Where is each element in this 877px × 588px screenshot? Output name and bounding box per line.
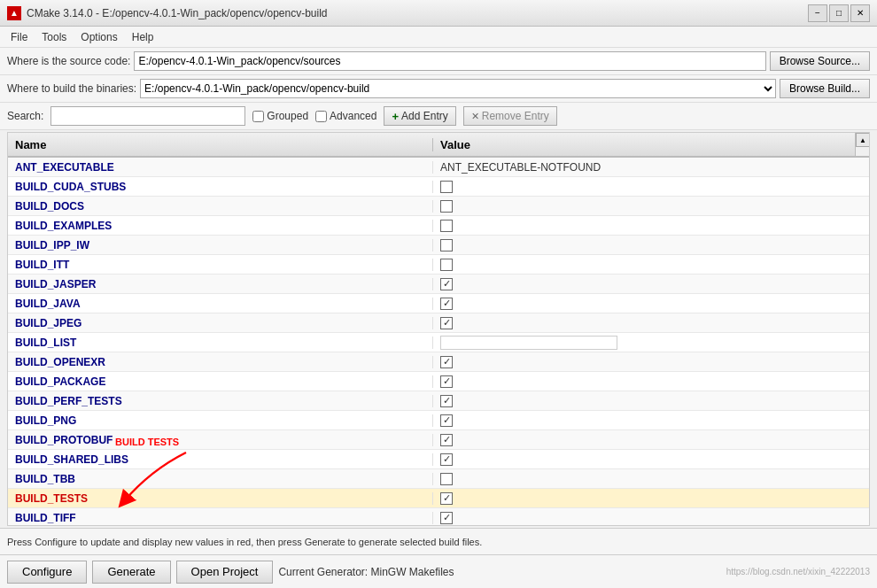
source-input[interactable]	[134, 51, 765, 71]
table-row[interactable]: BUILD_LIST	[8, 333, 869, 352]
browse-source-button[interactable]: Browse Source...	[770, 51, 870, 71]
table-row[interactable]: BUILD_PACKAGE✓	[8, 372, 869, 391]
cell-value: ANT_EXECUTABLE-NOTFOUND	[433, 161, 869, 174]
cell-value	[433, 181, 869, 193]
cell-name: BUILD_ITT	[8, 259, 433, 271]
cell-name: BUILD_JASPER	[8, 278, 433, 290]
checkbox-cell[interactable]	[440, 200, 453, 213]
cell-value: ✓	[433, 453, 869, 466]
checkbox-cell[interactable]: ✓	[440, 317, 453, 329]
scroll-up-button[interactable]: ▲	[856, 133, 870, 147]
close-button[interactable]: ✕	[850, 4, 870, 22]
bottom-bar: Configure Generate Open Project Current …	[0, 554, 877, 588]
checkbox-cell[interactable]: ✓	[440, 356, 453, 368]
cell-name: BUILD_LIST	[8, 337, 433, 349]
checkbox-cell[interactable]	[440, 239, 453, 251]
advanced-checkbox-label[interactable]: Advanced	[315, 110, 376, 122]
table-row[interactable]: BUILD_ITT	[8, 255, 869, 275]
checkbox-cell[interactable]	[440, 181, 453, 193]
checkbox-cell[interactable]	[440, 259, 453, 271]
table-row[interactable]: BUILD_PERF_TESTS✓	[8, 391, 869, 411]
window-controls: − □ ✕	[808, 4, 870, 22]
cell-name: BUILD_JPEG	[8, 317, 433, 329]
build-label: Where to build the binaries:	[7, 82, 136, 95]
cell-name: BUILD_PROTOBUF	[8, 434, 433, 446]
menu-tools[interactable]: Tools	[35, 29, 74, 45]
minimize-button[interactable]: −	[808, 4, 827, 22]
cell-name: BUILD_JAVA	[8, 298, 433, 310]
checkbox-cell[interactable]: ✓	[440, 492, 453, 505]
table-section: Name Value ▲ ANT_EXECUTABLEANT_EXECUTABL…	[0, 130, 877, 528]
advanced-checkbox[interactable]	[315, 111, 327, 122]
cell-value: ✓	[433, 278, 869, 290]
generate-button[interactable]: Generate	[92, 561, 170, 584]
cell-value: ✓	[433, 395, 869, 407]
cell-value: ✓	[433, 434, 869, 446]
table-row[interactable]: ANT_EXECUTABLEANT_EXECUTABLE-NOTFOUND	[8, 158, 869, 177]
cell-name: BUILD_OPENEXR	[8, 356, 433, 368]
grouped-checkbox[interactable]	[252, 111, 264, 122]
checkbox-cell[interactable]	[440, 473, 453, 485]
col-value-header: Value	[433, 138, 855, 151]
checkbox-cell[interactable]: ✓	[440, 395, 453, 407]
cell-value: ✓	[433, 512, 869, 524]
cell-name: BUILD_SHARED_LIBS	[8, 453, 433, 466]
table-row[interactable]: BUILD_TIFF✓	[8, 508, 869, 525]
cell-name: BUILD_EXAMPLES	[8, 220, 433, 232]
search-input[interactable]	[50, 106, 245, 126]
checkbox-cell[interactable]: ✓	[440, 434, 453, 446]
table-row[interactable]: BUILD_CUDA_STUBS	[8, 177, 869, 197]
cell-name: BUILD_TBB	[8, 473, 433, 485]
table-row[interactable]: BUILD_JPEG✓	[8, 313, 869, 333]
browse-build-button[interactable]: Browse Build...	[780, 79, 870, 98]
checkbox-cell[interactable]: ✓	[440, 512, 453, 524]
table-row[interactable]: BUILD_SHARED_LIBS✓	[8, 450, 869, 469]
table-row[interactable]: BUILD_IPP_IW	[8, 236, 869, 255]
table-row[interactable]: BUILD_TBB	[8, 469, 869, 489]
maximize-button[interactable]: □	[829, 4, 849, 22]
menu-help[interactable]: Help	[125, 29, 161, 45]
open-project-button[interactable]: Open Project	[176, 561, 274, 584]
cell-value: ✓	[433, 414, 869, 427]
table-row[interactable]: BUILD_PNG✓	[8, 411, 869, 430]
table-row[interactable]: BUILD_TESTS✓	[8, 489, 869, 508]
checkbox-cell[interactable]	[440, 220, 453, 232]
cell-value	[433, 220, 869, 232]
cell-value: ✓	[433, 492, 869, 505]
search-row: Search: Grouped Advanced + Add Entry ✕ R…	[0, 103, 877, 130]
table-header: Name Value ▲	[8, 133, 869, 158]
build-row: Where to build the binaries: E:/opencv-4…	[0, 75, 877, 103]
status-bar: Press Configure to update and display ne…	[0, 528, 877, 554]
window-title: CMake 3.14.0 - E:/opencv-4.0.1-Win_pack/…	[27, 7, 803, 19]
cell-name: BUILD_CUDA_STUBS	[8, 181, 433, 193]
table-body[interactable]: ANT_EXECUTABLEANT_EXECUTABLE-NOTFOUNDBUI…	[8, 158, 869, 525]
plus-icon: +	[392, 110, 399, 123]
checkbox-cell[interactable]: ✓	[440, 375, 453, 388]
table-row[interactable]: BUILD_DOCS	[8, 197, 869, 216]
status-text: Press Configure to update and display ne…	[7, 537, 482, 547]
checkbox-cell[interactable]: ✓	[440, 453, 453, 466]
table-container: Name Value ▲ ANT_EXECUTABLEANT_EXECUTABL…	[7, 132, 870, 526]
menu-file[interactable]: File	[4, 29, 35, 45]
build-select[interactable]: E:/opencv-4.0.1-Win_pack/opencv/opencv-b…	[140, 79, 776, 98]
cell-value	[433, 473, 869, 485]
table-row[interactable]: BUILD_PROTOBUF✓	[8, 430, 869, 450]
menu-options[interactable]: Options	[74, 29, 124, 45]
checkbox-cell[interactable]: ✓	[440, 414, 453, 427]
cell-name: BUILD_TESTS	[8, 492, 433, 505]
remove-entry-button[interactable]: ✕ Remove Entry	[463, 106, 557, 126]
table-row[interactable]: BUILD_JASPER✓	[8, 275, 869, 294]
grouped-checkbox-label[interactable]: Grouped	[252, 110, 308, 122]
cell-value: ✓	[433, 317, 869, 329]
checkbox-cell[interactable]: ✓	[440, 298, 453, 310]
cell-value	[433, 336, 869, 350]
table-row[interactable]: BUILD_OPENEXR✓	[8, 352, 869, 372]
title-bar: ▲ CMake 3.14.0 - E:/opencv-4.0.1-Win_pac…	[0, 0, 877, 27]
add-entry-button[interactable]: + Add Entry	[384, 106, 455, 126]
checkbox-cell[interactable]: ✓	[440, 278, 453, 290]
menu-bar: File Tools Options Help	[0, 27, 877, 48]
cell-name: BUILD_PACKAGE	[8, 375, 433, 388]
table-row[interactable]: BUILD_EXAMPLES	[8, 216, 869, 236]
configure-button[interactable]: Configure	[7, 561, 87, 584]
table-row[interactable]: BUILD_JAVA✓	[8, 294, 869, 313]
